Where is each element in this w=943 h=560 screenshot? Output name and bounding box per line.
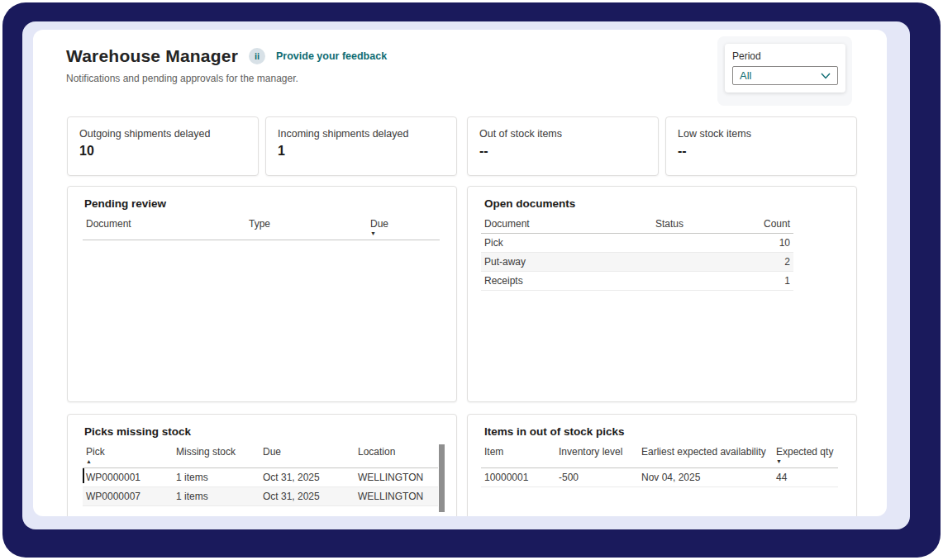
pending-review-card: Pending review Document Type Due▼: [67, 186, 457, 402]
cell-inventory-level: -500: [555, 468, 638, 487]
cell-document[interactable]: Put-away: [481, 253, 652, 272]
chevron-down-icon: [821, 73, 831, 79]
cell-pick[interactable]: WP0000001: [83, 468, 173, 487]
table-row[interactable]: Pick 10: [481, 234, 793, 253]
cell-missing-stock: 1 items: [173, 487, 260, 506]
cell-expected-qty: 44: [773, 468, 838, 487]
cell-location: WELLINGTON: [355, 468, 438, 487]
kpi-label: Out of stock items: [479, 128, 646, 140]
items-out-of-stock-picks-table: Item Inventory level Earliest expected a…: [481, 444, 838, 487]
table-row[interactable]: Put-away 2: [481, 253, 793, 272]
page-title: Warehouse Manager: [66, 46, 238, 66]
cell-count: 2: [747, 253, 793, 272]
column-header-due[interactable]: Due▼: [367, 216, 440, 240]
page-header: Warehouse Manager ii Provide your feedba…: [66, 46, 387, 84]
period-select[interactable]: All: [732, 66, 838, 85]
table-row[interactable]: 10000001 -500 Nov 04, 2025 44: [481, 468, 838, 487]
period-filter-card: Period All: [725, 44, 845, 93]
column-header-inventory-level[interactable]: Inventory level: [555, 444, 638, 468]
column-header-document[interactable]: Document: [481, 216, 652, 234]
cell-due: Oct 31, 2025: [260, 468, 355, 487]
cell-location: WELLINGTON: [355, 487, 438, 506]
cell-pick[interactable]: WP0000007: [83, 487, 173, 506]
screenshot-stage: Warehouse Manager ii Provide your feedba…: [0, 0, 943, 560]
kpi-label: Incoming shipments delayed: [278, 128, 445, 140]
cell-count: 1: [747, 272, 793, 291]
sort-desc-icon: ▼: [370, 231, 436, 236]
column-header-item[interactable]: Item: [481, 444, 555, 468]
column-header-document[interactable]: Document: [83, 216, 245, 240]
feedback-link[interactable]: Provide your feedback: [276, 50, 387, 62]
sort-asc-icon: ▲: [86, 459, 169, 464]
cell-document[interactable]: Pick: [481, 234, 652, 253]
pending-review-title: Pending review: [68, 197, 456, 210]
open-documents-table: Document Status Count Pick 10 Put-away: [481, 216, 793, 291]
items-out-of-stock-picks-card: Items in out of stock picks Item Invento…: [467, 414, 857, 516]
picks-missing-stock-table: Pick▲ Missing stock Due Location WP00000…: [83, 444, 438, 506]
kpi-low-stock-items[interactable]: Low stock items --: [665, 116, 857, 176]
sort-desc-icon: ▼: [776, 459, 835, 464]
focus-caret: [83, 468, 84, 483]
period-selected-value: All: [740, 69, 751, 82]
table-row[interactable]: WP0000001 1 items Oct 31, 2025 WELLINGTO…: [83, 468, 438, 487]
kpi-label: Outgoing shipments delayed: [79, 128, 246, 140]
cell-item[interactable]: 10000001: [481, 468, 555, 487]
kpi-value: 10: [79, 144, 246, 159]
column-header-status[interactable]: Status: [652, 216, 747, 234]
column-header-count[interactable]: Count: [747, 216, 793, 234]
kpi-row: Outgoing shipments delayed 10 Incoming s…: [67, 116, 857, 176]
period-filter-panel: Period All: [717, 36, 852, 106]
bottom-panel-row: Picks missing stock Pick▲ Missing stock …: [67, 414, 857, 516]
kpi-incoming-shipments-delayed[interactable]: Incoming shipments delayed 1: [265, 116, 457, 176]
cell-missing-stock: 1 items: [173, 468, 260, 487]
column-header-missing-stock[interactable]: Missing stock: [173, 444, 260, 468]
warehouse-manager-page: Warehouse Manager ii Provide your feedba…: [33, 30, 887, 516]
table-row[interactable]: WP0000007 1 items Oct 31, 2025 WELLINGTO…: [83, 487, 438, 506]
column-header-expected-qty[interactable]: Expected qty▼: [773, 444, 838, 468]
cell-status: [652, 234, 747, 253]
open-documents-title: Open documents: [468, 197, 856, 210]
cell-due: Oct 31, 2025: [260, 487, 355, 506]
middle-panel-row: Pending review Document Type Due▼ Open d…: [67, 186, 857, 402]
items-out-of-stock-picks-title: Items in out of stock picks: [468, 425, 856, 438]
column-header-type[interactable]: Type: [245, 216, 367, 240]
table-row[interactable]: Receipts 1: [481, 272, 793, 291]
cell-status: [652, 272, 747, 291]
column-header-pick[interactable]: Pick▲: [83, 444, 173, 468]
kpi-value: --: [678, 144, 845, 159]
scrollbar-thumb[interactable]: [439, 444, 445, 512]
kpi-outgoing-shipments-delayed[interactable]: Outgoing shipments delayed 10: [67, 116, 259, 176]
kpi-out-of-stock-items[interactable]: Out of stock items --: [467, 116, 659, 176]
column-header-location[interactable]: Location: [355, 444, 438, 468]
period-label: Period: [732, 50, 838, 62]
cell-status: [652, 253, 747, 272]
column-header-due[interactable]: Due: [260, 444, 355, 468]
column-header-earliest-expected-availability[interactable]: Earliest expected availability: [638, 444, 773, 468]
page-subtitle: Notifications and pending approvals for …: [66, 73, 387, 84]
pending-review-table: Document Type Due▼: [83, 216, 440, 240]
kpi-value: --: [479, 144, 646, 159]
cell-document[interactable]: Receipts: [481, 272, 652, 291]
kpi-label: Low stock items: [678, 128, 845, 140]
feedback-badge-icon: ii: [249, 48, 265, 64]
kpi-value: 1: [278, 144, 445, 159]
picks-missing-stock-title: Picks missing stock: [68, 425, 456, 438]
open-documents-card: Open documents Document Status Count Pic…: [467, 186, 857, 402]
vertical-scrollbar[interactable]: [439, 444, 445, 516]
cell-count: 10: [747, 234, 793, 253]
picks-missing-stock-card: Picks missing stock Pick▲ Missing stock …: [67, 414, 457, 516]
cell-availability: Nov 04, 2025: [638, 468, 773, 487]
